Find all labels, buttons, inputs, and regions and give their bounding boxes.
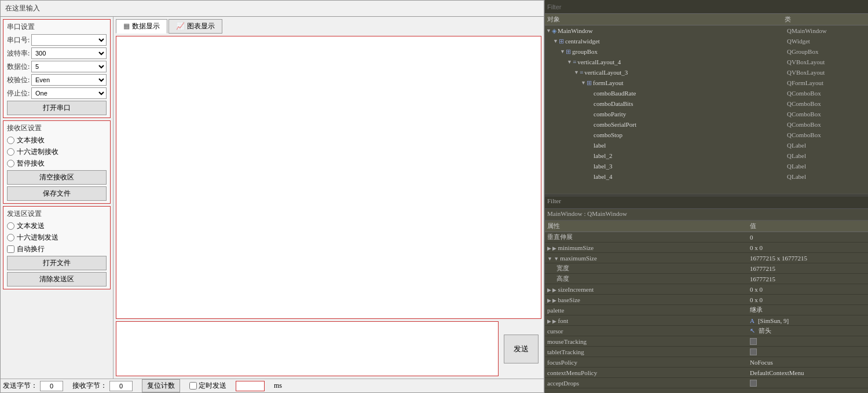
tree-class-name: QLabel — [787, 142, 868, 149]
prop-row[interactable]: 高度 16777215 — [545, 274, 868, 284]
prop-value: NoFocus — [750, 359, 773, 366]
prop-row[interactable]: tabletTracking — [545, 347, 868, 357]
tree-class-name: QLabel — [787, 152, 868, 159]
prop-row[interactable]: ▶ font A[SimSun, 9] — [545, 315, 868, 326]
prop-val — [750, 380, 866, 387]
prop-row[interactable]: focusPolicy NoFocus — [545, 357, 868, 368]
tab-chart[interactable]: 📈 图表显示 — [169, 19, 222, 34]
tree-row[interactable]: ▼ ◈ MainWindow QMainWindow — [545, 25, 868, 36]
send-section: 发送区设置 文本发送 十六进制发送 自动换行 打开文件 清除发送区 — [3, 206, 111, 289]
tree-row[interactable]: comboDataBits QComboBox — [545, 98, 868, 109]
tab-data[interactable]: ▦ 数据显示 — [116, 19, 167, 34]
send-button[interactable]: 发送 — [504, 335, 539, 363]
parity-label: 校验位: — [7, 75, 31, 85]
tree-arrow-icon: ▼ — [574, 69, 580, 75]
tree-header: 对象 类 — [545, 14, 868, 25]
open-file-button[interactable]: 打开文件 — [7, 256, 107, 270]
receive-display-area[interactable] — [116, 36, 541, 319]
tree-class-name: QComboBox — [787, 111, 868, 117]
timed-send-item: 定时发送 — [189, 381, 226, 391]
prop-row[interactable]: contextMenuPolicy DefaultContextMenu — [545, 368, 868, 378]
prop-val: A[SimSun, 9] — [750, 317, 866, 324]
tree-row[interactable]: label_2 QLabel — [545, 150, 868, 161]
tree-obj-name: label_2 — [594, 152, 787, 159]
top-input-bar[interactable]: 在这里输入 — [1, 1, 544, 17]
prop-row[interactable]: ▶ minimumSize 0 x 0 — [545, 243, 868, 253]
tree-row[interactable]: ▼ ≡ verticalLayout_4 QVBoxLayout — [545, 57, 868, 67]
text-receive-label: 文本接收 — [17, 135, 45, 145]
save-file-button[interactable]: 保存文件 — [7, 186, 107, 201]
prop-row[interactable]: acceptDrops — [545, 378, 868, 388]
tree-row[interactable]: ▼ ⊞ centralwidget QWidget — [545, 36, 868, 46]
timed-send-value[interactable] — [236, 381, 265, 391]
prop-value: 0 x 0 — [750, 244, 763, 251]
hex-send-radio[interactable] — [7, 234, 14, 241]
chart-tab-icon: 📈 — [176, 22, 185, 31]
prop-row[interactable]: ▶ baseSize 0 x 0 — [545, 295, 868, 305]
props-name-col: 属性 — [547, 222, 750, 230]
open-port-button[interactable]: 打开串口 — [7, 101, 107, 115]
prop-value: 箭头 — [759, 326, 771, 335]
tree-row[interactable]: label_3 QLabel — [545, 161, 868, 171]
stopbits-select[interactable]: One — [31, 87, 107, 99]
prop-row[interactable]: 垂直伸展 0 — [545, 232, 868, 243]
clear-receive-button[interactable]: 清空接收区 — [7, 170, 107, 185]
receive-bytes-value[interactable] — [109, 381, 133, 391]
parity-select[interactable]: Even — [31, 74, 107, 86]
tree-row[interactable]: label_4 QLabel — [545, 171, 868, 182]
port-select[interactable] — [31, 34, 107, 46]
props-val-col: 值 — [750, 222, 866, 230]
baud-label: 波特率: — [7, 49, 31, 58]
baud-select[interactable]: 300 — [31, 47, 107, 59]
prop-row[interactable]: cursor ↖箭头 — [545, 326, 868, 336]
tree-arrow-icon: ▼ — [553, 38, 559, 44]
status-bar: 发送字节： 接收字节： 复位计数 定时发送 ms — [1, 379, 544, 392]
databits-select[interactable]: 5 — [31, 61, 107, 72]
hex-receive-radio[interactable] — [7, 148, 14, 156]
prop-row[interactable]: mouseTracking — [545, 336, 868, 347]
prop-val: DefaultContextMenu — [750, 369, 866, 376]
databits-row: 数据位: 5 — [7, 61, 107, 72]
prop-row[interactable]: ▼ maximumSize 16777215 x 16777215 — [545, 253, 868, 263]
send-section-title: 发送区设置 — [7, 209, 107, 219]
tree-class-name: QLabel — [787, 163, 868, 170]
tree-class-name: QComboBox — [787, 131, 868, 138]
prop-val: 16777215 x 16777215 — [750, 255, 866, 262]
prop-val: 16777215 — [750, 276, 866, 282]
tree-row[interactable]: comboSerialPort QComboBox — [545, 119, 868, 130]
tree-row[interactable]: comboStop QComboBox — [545, 130, 868, 140]
text-send-radio[interactable] — [7, 222, 14, 230]
tree-class-name: QMainWindow — [787, 27, 868, 34]
text-receive-radio[interactable] — [7, 137, 14, 144]
databits-label: 数据位: — [7, 62, 31, 72]
auto-newline-checkbox[interactable] — [7, 245, 14, 253]
prop-row[interactable]: 宽度 16777215 — [545, 263, 868, 274]
reset-count-button[interactable]: 复位计数 — [142, 379, 180, 392]
tree-row[interactable]: comboBaudRate QComboBox — [545, 88, 868, 98]
tree-arrow-icon: ▼ — [560, 49, 566, 54]
send-textarea[interactable] — [116, 321, 499, 376]
tree-class-name: QComboBox — [787, 121, 868, 128]
prop-row[interactable]: palette 继承 — [545, 305, 868, 315]
tree-row[interactable]: label QLabel — [545, 140, 868, 150]
tree-filter-input[interactable] — [547, 3, 866, 10]
pause-receive-radio[interactable] — [7, 160, 14, 167]
send-bytes-value[interactable] — [40, 381, 63, 391]
tree-row[interactable]: ▼ ⊞ formLayout QFormLayout — [545, 78, 868, 88]
prop-value: DefaultContextMenu — [750, 369, 804, 376]
tree-row[interactable]: ▼ ⊞ groupBox QGroupBox — [545, 46, 868, 57]
props-body: 垂直伸展 0 ▶ minimumSize 0 x 0 ▼ maximumSize… — [545, 232, 868, 393]
tree-obj-name: label_4 — [594, 173, 787, 180]
tree-class-name: QComboBox — [787, 90, 868, 97]
clear-send-button[interactable]: 清除发送区 — [7, 272, 107, 287]
prop-name: tabletTracking — [547, 348, 750, 355]
prop-name: palette — [547, 307, 750, 314]
tree-row[interactable]: comboParity QComboBox — [545, 109, 868, 119]
prop-row[interactable]: ▶ sizeIncrement 0 x 0 — [545, 284, 868, 295]
prop-val: 16777215 — [750, 265, 866, 272]
auto-newline-label: 自动换行 — [17, 244, 45, 254]
timed-send-checkbox[interactable] — [189, 382, 197, 390]
tree-obj-name: verticalLayout_4 — [577, 58, 787, 65]
receive-bytes-label: 接收字节： — [72, 381, 107, 391]
tree-row[interactable]: ▼ ≡ verticalLayout_3 QVBoxLayout — [545, 67, 868, 78]
